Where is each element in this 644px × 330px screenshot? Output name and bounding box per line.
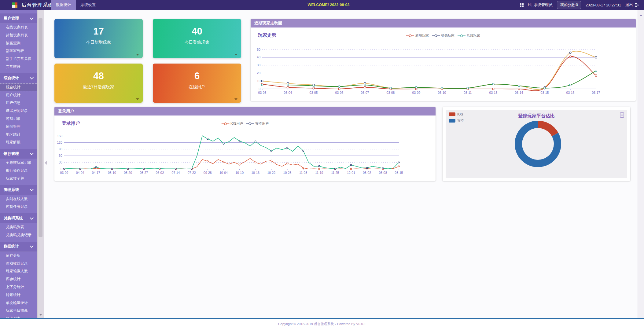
stat-card[interactable]: 6在線用戶 xyxy=(153,64,241,103)
svg-text:120: 120 xyxy=(57,141,62,144)
sidebar-item[interactable]: 玩家解锁 xyxy=(0,138,37,146)
stat-card-label: 在線用戶 xyxy=(153,84,241,90)
caret-down-icon[interactable] xyxy=(136,98,139,100)
sidebar-item[interactable]: 银行操作记录 xyxy=(0,167,37,175)
sidebar-item[interactable]: 兑换码列表 xyxy=(0,223,37,231)
logout-button[interactable]: 退出 xyxy=(625,2,639,8)
svg-text:20: 20 xyxy=(257,71,260,75)
caret-down-icon[interactable] xyxy=(234,54,237,56)
page-scrollbar[interactable] xyxy=(638,10,644,318)
sidebar-group-4[interactable]: 管理系统 xyxy=(0,185,37,195)
sidebar-item[interactable]: 兑换码兑换记录 xyxy=(0,231,37,239)
svg-text:11-19: 11-19 xyxy=(315,171,323,174)
sidebar-group-6[interactable]: 数据统计 xyxy=(0,242,37,252)
svg-text:04-04: 04-04 xyxy=(76,171,84,174)
svg-text:0: 0 xyxy=(61,167,62,171)
sidebar-item[interactable]: 玩家输赢人数 xyxy=(0,267,37,275)
topbar-tabs: 数据统计 系统设置 xyxy=(51,0,100,10)
sidebar: 用户管理在线玩家列表封禁玩家列表输赢查询新玩家列表新手卡异常兑换异常转账综合统计… xyxy=(0,10,37,318)
svg-text:03-06: 03-06 xyxy=(335,91,344,94)
sidebar-item[interactable]: 玩家转至尊 xyxy=(0,175,37,183)
user-greeting: Hi, 系统管理员 xyxy=(528,2,553,8)
sidebar-item[interactable]: 游戏记录 xyxy=(0,115,37,123)
svg-text:10-22: 10-22 xyxy=(267,171,275,174)
sidebar-group-3[interactable]: 银行管理 xyxy=(0,149,37,159)
sidebar-group-label: 兑换码系统 xyxy=(4,216,23,221)
sidebar-item[interactable]: 在线玩家列表 xyxy=(0,24,37,31)
horizontal-scrollbar[interactable] xyxy=(0,318,644,319)
sidebar-scrollbar[interactable] xyxy=(37,10,44,318)
sidebar-item[interactable]: 留存分析 xyxy=(0,252,37,260)
sidebar-item[interactable]: 黑卡列表 xyxy=(0,315,37,318)
sidebar-menu: 用户管理在线玩家列表封禁玩家列表输赢查询新玩家列表新手卡异常兑换异常转账综合统计… xyxy=(0,10,37,318)
sidebar-item[interactable]: 综合统计 xyxy=(0,83,37,91)
sidebar-item[interactable]: 异常转账 xyxy=(0,63,37,71)
tab-system-settings[interactable]: 系统设置 xyxy=(76,0,100,10)
sidebar-item[interactable]: 用户统计 xyxy=(0,91,37,99)
chevron-down-icon xyxy=(30,16,34,20)
sidebar-group-2[interactable]: 综合统计 xyxy=(0,73,37,83)
sidebar-item[interactable]: 库存统计 xyxy=(0,275,37,283)
sidebar-item[interactable]: 游戏收益记录 xyxy=(0,260,37,268)
stat-card[interactable]: 17今日新增玩家 xyxy=(54,19,143,58)
svg-text:06-02: 06-02 xyxy=(156,171,164,174)
sidebar-item[interactable]: 地区统计 xyxy=(0,131,37,139)
svg-text:05-10: 05-10 xyxy=(108,171,116,174)
platform-donut-chart xyxy=(446,110,627,178)
chevron-down-icon xyxy=(30,244,34,248)
chevron-down-icon xyxy=(30,216,34,220)
topbar-right: Hi, 系统管理员 我的分數:0 2023-03-17 20:27:31 退出 xyxy=(520,0,639,10)
platform-share-panel: 登錄玩家平台佔比 IOS安卓 xyxy=(443,107,630,181)
svg-text:03-08: 03-08 xyxy=(387,91,395,94)
sidebar-group-label: 用户管理 xyxy=(4,16,19,21)
my-score-badge[interactable]: 我的分數:0 xyxy=(557,1,581,9)
sidebar-item[interactable]: 至尊转玩家记录 xyxy=(0,159,37,167)
sidebar-item[interactable]: 封禁玩家列表 xyxy=(0,31,37,39)
datetime-display: 2023-03-17 20:27:31 xyxy=(586,3,621,7)
scroll-down-arrow-icon[interactable] xyxy=(39,314,42,316)
svg-text:03-08: 03-08 xyxy=(379,171,387,174)
sidebar-item[interactable]: 玩家当日输赢 xyxy=(0,307,37,315)
sidebar-group-5[interactable]: 兑换码系统 xyxy=(0,213,37,223)
svg-text:11-03: 11-03 xyxy=(299,171,307,174)
svg-text:03-04: 03-04 xyxy=(284,91,292,94)
sidebar-item[interactable]: 新玩家列表 xyxy=(0,47,37,55)
stat-card-value: 6 xyxy=(153,71,241,82)
donut-legend: IOS安卓 xyxy=(449,112,464,123)
svg-text:90: 90 xyxy=(59,147,62,151)
svg-text:03-15: 03-15 xyxy=(541,91,549,94)
sidebar-item[interactable]: 上下分统计 xyxy=(0,283,37,291)
sidebar-item[interactable]: 用户信息 xyxy=(0,99,37,107)
svg-text:30: 30 xyxy=(257,63,260,67)
legend-item[interactable]: IOS xyxy=(449,112,464,116)
sidebar-scrollbar-thumb[interactable] xyxy=(39,18,42,237)
donut-title: 登錄玩家平台佔比 xyxy=(446,113,627,119)
stat-card-value: 17 xyxy=(54,26,143,37)
svg-text:05-27: 05-27 xyxy=(140,171,148,174)
sidebar-item[interactable]: 新手卡异常兑换 xyxy=(0,55,37,63)
sidebar-item[interactable]: 输赢查询 xyxy=(0,39,37,47)
legend-item[interactable]: 安卓 xyxy=(449,118,464,123)
sidebar-item[interactable]: 控制任务记录 xyxy=(0,203,37,211)
chevron-down-icon xyxy=(30,75,34,79)
stat-card[interactable]: 48最近7日活躍玩家 xyxy=(54,64,143,103)
svg-text:07-22: 07-22 xyxy=(188,171,196,174)
sidebar-item[interactable]: 转账统计 xyxy=(0,291,37,299)
sidebar-collapse-handle[interactable] xyxy=(45,161,47,165)
apps-grid-icon[interactable] xyxy=(520,3,524,7)
caret-down-icon[interactable] xyxy=(136,54,139,56)
stat-card-label: 最近7日活躍玩家 xyxy=(54,84,143,90)
login-line-chart: 030609012015003-0904-0404-1705-1005-2005… xyxy=(54,116,436,181)
sidebar-item[interactable]: 进出房间记录 xyxy=(0,107,37,115)
tab-data-statistics[interactable]: 数据统计 xyxy=(51,0,76,10)
sidebar-item[interactable]: 实时在线人数 xyxy=(0,195,37,203)
stat-card[interactable]: 40今日登錄玩家 xyxy=(153,19,241,58)
sidebar-group-label: 综合统计 xyxy=(4,75,19,81)
sidebar-item[interactable]: 单次输赢统计 xyxy=(0,299,37,307)
caret-down-icon[interactable] xyxy=(234,98,237,100)
data-view-icon[interactable] xyxy=(620,112,624,119)
scroll-up-arrow-icon[interactable] xyxy=(639,14,642,16)
sidebar-item[interactable]: 房间管理 xyxy=(0,123,37,131)
sidebar-group-1[interactable]: 用户管理 xyxy=(0,13,37,24)
legend-swatch xyxy=(449,112,455,116)
